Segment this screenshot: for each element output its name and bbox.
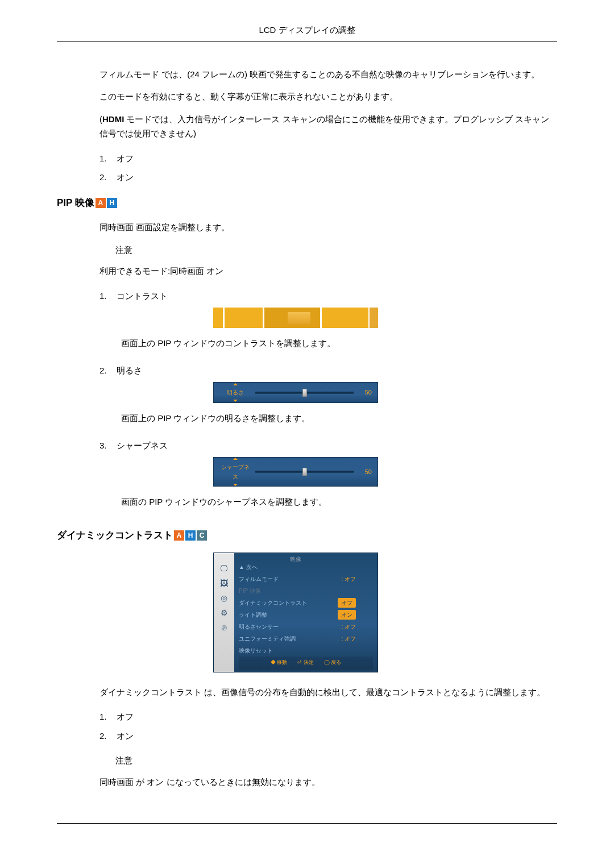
brightness-slider-figure: 明るさ 50: [213, 382, 378, 403]
film-list: 1.オフ 2.オン: [99, 149, 557, 187]
pip-heading: PIP 映像 A H: [57, 195, 557, 211]
osd-gear-icon: ⚙: [214, 605, 234, 620]
pip-list: 1.コントラスト 画面上の PIP ウィンドウのコントラストを調整します。 2.…: [99, 286, 557, 520]
osd-input-icon: ⎚: [214, 620, 234, 635]
film-bold: フィルムモード: [99, 69, 159, 79]
contrast-figure: [213, 308, 378, 328]
film-para-1: フィルムモード では、(24 フレームの) 映画で発生することのある不自然な映像…: [99, 67, 557, 82]
dynamic-note-label: 注意: [99, 753, 557, 768]
badge-h-icon: H: [185, 530, 196, 541]
slider-thumb: [302, 468, 307, 476]
pip-content: 同時画面 画面設定を調整します。 注意 利用できるモード:同時画面 オン 1.コ…: [57, 220, 557, 519]
pip-para-2: 利用できるモード:同時画面 オン: [99, 264, 557, 279]
footer-rule: [57, 823, 557, 824]
list-item: 1.オフ: [99, 707, 557, 726]
badge-h-icon: H: [107, 198, 117, 208]
slider-thumb: [302, 389, 307, 397]
content: フィルムモード では、(24 フレームの) 映画で発生することのある不自然な映像…: [57, 67, 557, 187]
pip-para-1: 同時画面 画面設定を調整します。: [99, 220, 557, 235]
slider-value: 50: [358, 387, 372, 398]
dynamic-heading: ダイナミックコントラスト A H C: [57, 528, 557, 544]
dynamic-para-1: ダイナミックコントラスト は、画像信号の分布を自動的に検出して、最適なコントラス…: [99, 685, 557, 700]
slider-value: 50: [358, 467, 372, 477]
slider-track: [255, 471, 354, 473]
list-item: 1.オフ: [99, 149, 557, 168]
osd-menu-figure: 映像 🖵 🖼 ◎ ⚙ ⎚ ▲ 次へ フィルムモード: オフPIP 映像ダイナミッ…: [213, 553, 378, 672]
slider-label: 明るさ: [219, 388, 251, 397]
osd-row: ユニフォーミティ強調: オフ: [239, 633, 373, 645]
list-item: 2.オン: [99, 168, 557, 187]
page-header: LCD ディスプレイの調整: [57, 23, 557, 41]
badge-c-icon: C: [197, 530, 207, 541]
dynamic-content: 映像 🖵 🖼 ◎ ⚙ ⎚ ▲ 次へ フィルムモード: オフPIP 映像ダイナミッ…: [57, 553, 557, 789]
badge-a-icon: A: [96, 198, 106, 208]
header-title: LCD ディスプレイの調整: [259, 25, 355, 35]
film-para-2: このモードを有効にすると、動く字幕が正常に表示されないことがあります。: [99, 89, 557, 104]
osd-icon-strip: 🖵 🖼 ◎ ⚙ ⎚: [214, 553, 234, 671]
list-item: 3.シャープネス シャープネス 50 画面の PIP ウィンドウのシャープネスを…: [99, 436, 557, 520]
osd-row: 映像リセット: [239, 645, 373, 657]
osd-circle-icon: ◎: [214, 591, 234, 605]
osd-row: ライト調整オン: [239, 609, 373, 621]
osd-row: フィルムモード: オフ: [239, 573, 373, 585]
osd-title: 映像: [214, 553, 377, 565]
osd-items: ▲ 次へ フィルムモード: オフPIP 映像ダイナミックコントラストオフライト調…: [234, 553, 377, 671]
list-item: 2.明るさ 明るさ 50 画面上の PIP ウィンドウの明るさを調整します。: [99, 361, 557, 436]
pip-sharpness-desc: 画面の PIP ウィンドウのシャープネスを調整します。: [99, 495, 557, 509]
pip-note-label: 注意: [99, 243, 557, 258]
osd-row: 明るさセンサー: オフ: [239, 621, 373, 633]
osd-picture-icon: 🖼: [214, 576, 234, 591]
pip-brightness-desc: 画面上の PIP ウィンドウの明るさを調整します。: [99, 411, 557, 426]
dynamic-list: 1.オフ 2.オン: [99, 707, 557, 745]
slider-label: シャープネス: [219, 462, 251, 481]
list-item: 2.オン: [99, 726, 557, 746]
osd-row: ダイナミックコントラストオフ: [239, 597, 373, 609]
badge-a-icon: A: [174, 530, 184, 541]
film-para-3: (HDMI モードでは、入力信号がインターレース スキャンの場合にこの機能を使用…: [99, 112, 557, 141]
slider-track: [255, 392, 354, 394]
sharpness-slider-figure: シャープネス 50: [213, 457, 378, 487]
osd-footer: ◆ 移動 ⏎ 決定 ◯ 戻る: [239, 657, 373, 669]
dynamic-para-2: 同時画面 が オン になっているときには無効になります。: [99, 775, 557, 790]
list-item: 1.コントラスト 画面上の PIP ウィンドウのコントラストを調整します。: [99, 286, 557, 361]
osd-row: PIP 映像: [239, 585, 373, 597]
pip-contrast-desc: 画面上の PIP ウィンドウのコントラストを調整します。: [99, 336, 557, 351]
